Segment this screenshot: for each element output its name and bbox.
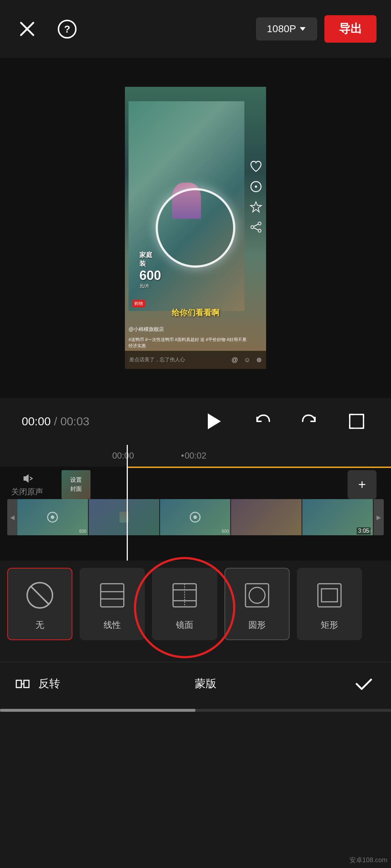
audio-track: 关闭原声 设置 封面 + (0, 470, 391, 499)
confirm-button[interactable] (351, 671, 377, 697)
circle-mask-overlay (156, 188, 235, 268)
export-button[interactable]: 导出 (324, 15, 377, 43)
video-main-text: 给你们看看啊 (125, 307, 266, 318)
right-handle[interactable]: ▶ (374, 499, 384, 535)
svg-point-9 (258, 229, 261, 232)
time-current: 00:00 (22, 415, 51, 428)
svg-line-19 (31, 586, 49, 604)
effect-mirror-label: 镜面 (176, 619, 193, 631)
ruler-mark-0000: 00:00 (112, 451, 134, 461)
video-comment-bar: 差点话美了，忘了伤人心 @ ☺ ⊕ (125, 351, 266, 369)
controls-bar: 00:00 / 00:03 (0, 398, 391, 445)
effect-none-label: 无 (35, 619, 44, 631)
video-segment-3: 600 (160, 499, 231, 535)
preview-area: 18:32 ▲ ● ● ● ≋ ✦ ▌▌ 37 ◀ 搜索想买的 找家 家庭 (0, 58, 391, 398)
reverse-button[interactable]: 反转 (14, 675, 60, 693)
ruler-dot: • (181, 451, 184, 461)
effect-linear-label: 线性 (104, 619, 121, 631)
video-segment-4 (231, 499, 302, 535)
effect-rect[interactable]: 矩形 (297, 568, 362, 640)
mask-label: 蒙版 (195, 677, 216, 689)
svg-marker-7 (251, 202, 261, 212)
bottom-progress-indicator (0, 709, 196, 712)
close-button[interactable] (14, 16, 40, 42)
playback-controls (199, 407, 369, 436)
effect-linear-icon-area (94, 577, 130, 613)
product-label: 购物 (132, 300, 145, 307)
effect-mirror[interactable]: 镜面 (152, 568, 217, 640)
comment-icon[interactable] (249, 179, 263, 194)
ruler-mark-0002: 00:02 (185, 451, 206, 461)
svg-rect-30 (321, 589, 337, 602)
timeline-ruler: 00:00 • 00:02 (0, 445, 391, 467)
mask-button[interactable]: 蒙版 (195, 676, 216, 691)
add-clip-button[interactable]: + (348, 470, 377, 499)
timeline-area: 00:00 • 00:02 关闭原声 设置 封面 (0, 445, 391, 561)
bottom-progress (0, 709, 391, 712)
resolution-button[interactable]: 1080P (256, 17, 317, 41)
cover-thumbnail[interactable]: 设置 封面 (62, 470, 91, 499)
svg-rect-20 (101, 584, 124, 607)
bottom-bar: 反转 蒙版 (0, 662, 391, 705)
star-icon[interactable] (249, 200, 263, 214)
effect-none[interactable]: 无 (7, 568, 72, 640)
video-tags: #送鸭币 #一次性送鸭币 #面料真超好 送 #平价好物 #好用不累经济实惠 (129, 337, 248, 349)
header-left: ? (14, 16, 80, 42)
effect-rect-icon-area (311, 577, 348, 613)
resolution-label: 1080P (267, 23, 296, 35)
time-total: 00:03 (60, 415, 89, 428)
svg-text:?: ? (64, 24, 70, 35)
svg-marker-4 (300, 27, 306, 31)
time-display: 00:00 / 00:03 (22, 415, 89, 428)
svg-marker-13 (208, 413, 221, 429)
svg-rect-31 (16, 680, 21, 688)
svg-point-28 (249, 587, 265, 603)
effect-none-icon-area (22, 577, 58, 613)
video-thumbnails: 600 600 60 (17, 499, 374, 535)
effect-circle-label: 圆形 (248, 619, 266, 631)
video-content: 家庭 装 600 元/片 购物 (125, 87, 266, 369)
redo-button[interactable] (297, 409, 322, 434)
side-actions (249, 159, 263, 234)
undo-button[interactable] (250, 409, 275, 434)
video-segment-1: 600 (17, 499, 89, 535)
svg-line-12 (254, 228, 258, 230)
effects-panel: 无 线性 镜面 (0, 561, 391, 662)
svg-rect-33 (24, 680, 29, 688)
effect-circle[interactable]: 圆形 (224, 568, 290, 640)
effect-rect-label: 矩形 (321, 619, 338, 631)
share-icon[interactable] (249, 220, 263, 234)
video-segment-2 (89, 499, 160, 535)
svg-line-17 (30, 478, 32, 480)
timeline-tracks: 关闭原声 设置 封面 + ◀ 6 (0, 467, 391, 561)
video-username: @小棉棵旗舰店 (129, 326, 164, 333)
effect-circle-icon-area (239, 577, 275, 613)
watermark: 安卓108.com (349, 856, 387, 864)
export-label: 导出 (339, 22, 362, 35)
timeline-cursor (127, 445, 128, 561)
phone-preview: 18:32 ▲ ● ● ● ≋ ✦ ▌▌ 37 ◀ 搜索想买的 找家 家庭 (125, 87, 266, 369)
favorite-icon[interactable] (249, 159, 263, 174)
reverse-label: 反转 (38, 676, 60, 691)
effect-mirror-icon-area (167, 577, 203, 613)
effect-linear[interactable]: 线性 (80, 568, 145, 640)
svg-point-6 (255, 186, 257, 188)
effects-scroll: 无 线性 镜面 (7, 568, 384, 640)
fullscreen-button[interactable] (344, 409, 369, 434)
video-track: ◀ 600 (7, 499, 384, 535)
audio-label: 关闭原声 (9, 486, 45, 497)
play-button[interactable] (199, 407, 228, 436)
audio-icon (21, 472, 34, 485)
header: ? 1080P 导出 (0, 0, 391, 58)
svg-rect-14 (350, 414, 363, 428)
svg-point-8 (258, 222, 261, 225)
time-separator: / (54, 415, 60, 428)
left-handle[interactable]: ◀ (7, 499, 17, 535)
svg-point-10 (251, 226, 254, 229)
svg-marker-15 (24, 474, 29, 483)
help-button[interactable]: ? (54, 16, 80, 42)
svg-line-11 (254, 224, 258, 226)
duration-badge: 3:05 (357, 527, 371, 535)
